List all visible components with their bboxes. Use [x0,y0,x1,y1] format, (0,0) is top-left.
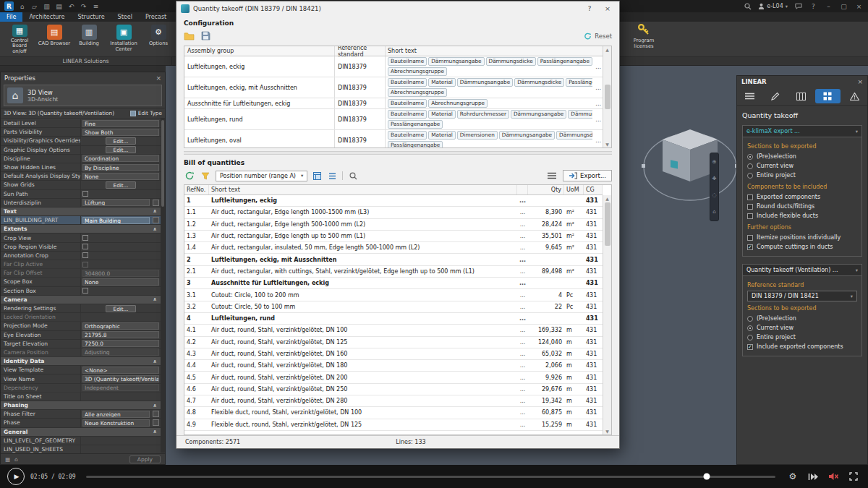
dialog-close-button[interactable]: × [600,3,615,14]
edit-button[interactable]: Edit... [106,181,137,189]
value-box[interactable]: 21795.8 [82,331,159,338]
properties-pin-icon[interactable]: ⌂ [14,456,18,463]
property-value[interactable] [80,243,161,251]
open-configuration-icon[interactable] [184,30,195,43]
scroll-up-icon[interactable]: ▲ [605,196,609,201]
row-options-button[interactable]: ... [517,409,528,416]
row-options-button[interactable]: ... [517,257,528,263]
row-options-button[interactable]: ... [517,244,528,251]
row-options-button[interactable]: ... [517,221,528,228]
type-selector[interactable]: ⌂ 3D View 3D-Ansicht [4,85,162,106]
property-value[interactable] [80,260,161,268]
column-header[interactable]: Qty [528,185,564,194]
minimize-icon[interactable]: – [824,1,833,11]
value-box[interactable]: Independent [82,384,159,391]
close-icon[interactable]: × [854,1,864,11]
row-options-button[interactable]: ... [517,351,528,357]
tag-chip[interactable]: Material [428,110,456,119]
property-value[interactable] [80,437,161,445]
cad-browser-button[interactable]: ▤CAD Browser [38,23,71,55]
column-header[interactable]: RefNo. [184,185,209,194]
search-icon[interactable] [347,171,359,181]
section-splitter[interactable] [184,151,612,155]
boq-row[interactable]: 1.3Air duct, rectangular, Edge length up… [184,231,603,242]
boq-row[interactable]: 4.8Flexible duct, round, Stahl, verzinkt… [184,407,603,419]
boq-row[interactable]: 2.1Air duct, rectangular, with cuttings,… [184,266,603,278]
orbit-icon[interactable]: ◌ [712,192,716,198]
boq-row[interactable]: 2Luftleitungen, eckig, mit Ausschnitten.… [184,254,603,265]
value-box[interactable]: None [82,278,159,286]
boq-row[interactable]: 4.6Air duct, round, Stahl, verzinkt/gelö… [184,384,603,395]
value-box[interactable]: 3D (Quantity takeoff/Ventila... [82,375,159,382]
help-icon[interactable]: ? [809,1,818,11]
print-icon[interactable]: ▤ [54,1,64,11]
value-box[interactable]: Neue Konstruktion [82,419,150,427]
tag-chip[interactable]: Dämmungsangabe [499,131,555,140]
tag-chip[interactable]: Material [428,131,456,140]
properties-scrollbar[interactable] [161,119,165,453]
navigation-bar[interactable]: ⊕ ✥ ◌ ⌂ [710,153,719,221]
ribbon-tab-structure[interactable]: Structure [71,12,111,22]
property-value[interactable]: Edit... [80,146,161,154]
option-checkbox[interactable]: Include flexible ducts [747,211,857,221]
building-button[interactable]: ▥Building [72,23,106,55]
properties-help-icon[interactable]: ▦ [5,456,10,463]
ribbon-tab-file[interactable]: File [0,12,22,22]
home-view-icon[interactable]: ⌂ [712,209,715,215]
mute-icon[interactable] [826,470,841,483]
row-options-button[interactable]: ... [517,362,528,369]
property-value[interactable]: Fine [80,119,161,127]
boq-row[interactable]: 4.1Air duct, round, Stahl, verzinkt/gelö… [184,325,603,336]
boq-row[interactable]: 4.7Air duct, round, Stahl, verzinkt/gelö… [184,395,603,407]
tag-chip[interactable]: Abrechnungsgruppe [428,99,488,108]
column-header[interactable]: Short text [386,46,603,56]
property-value[interactable]: Coordination [80,155,161,163]
boq-scrollbar[interactable]: ▲ ▼ [603,195,611,435]
tag-chip[interactable]: Dämmungsdicke [568,110,592,119]
tag-chip[interactable]: Dimensionen [457,131,498,140]
property-value[interactable]: Orthographic [80,322,161,330]
property-value[interactable]: 7250.0 [80,340,161,348]
tag-chip[interactable]: Bauteilname [388,110,427,119]
scroll-up-icon[interactable]: ▲ [605,47,609,52]
property-value[interactable]: Independent [80,384,161,392]
menu-icon[interactable] [737,87,762,105]
settings-gear-icon[interactable]: ⚙ [786,470,800,483]
option-checkbox[interactable]: Itemize positions individually [747,233,857,242]
property-checkbox[interactable] [82,235,88,241]
row-options-button[interactable]: ... [595,100,601,107]
row-options-button[interactable]: ... [517,197,528,204]
value-box[interactable]: Fine [82,120,159,127]
boq-row[interactable]: 4Luftleitungen, rund...431 [184,313,603,325]
property-value[interactable] [80,445,161,453]
ribbon-tab-steel[interactable]: Steel [111,12,139,22]
row-options-button[interactable]: ... [517,398,528,404]
value-box[interactable]: Lüftung [82,199,150,206]
row-options-button[interactable]: ... [517,374,528,381]
tag-chip[interactable]: Material [428,78,456,87]
export-button[interactable]: Export... [563,170,612,181]
progress-knob[interactable] [703,474,710,480]
property-value[interactable]: 304800.0 [80,269,161,277]
scrollbar-thumb[interactable] [161,120,164,207]
grouped-view-icon[interactable] [312,171,323,181]
refresh-icon[interactable] [184,171,195,181]
reference-standard-dropdown[interactable]: DIN 18379 / DIN 18421▾ [747,291,857,301]
property-section-header[interactable]: Extents∧ [1,225,161,234]
row-options-button[interactable]: ... [595,137,601,144]
property-value[interactable] [80,252,161,260]
property-section-header[interactable]: Camera∧ [1,296,161,304]
user-menu[interactable]: e-L04 ▾ [758,3,788,9]
row-options-button[interactable]: ... [517,209,528,215]
tag-chip[interactable]: Dämmungsdicke [514,78,564,87]
assembly-group-row[interactable]: Luftleitungen, rundDIN18379BauteilnameMa… [184,109,603,130]
tag-chip[interactable]: Passlängenangabe [566,78,592,87]
value-box[interactable]: Alle anzeigen [82,411,150,418]
property-section-header[interactable]: Text∧ [1,207,161,216]
column-header[interactable]: Short text [209,185,517,194]
tag-chip[interactable]: Dämmungsangabe [511,110,566,119]
installation-center-button[interactable]: ▣InstallationCenter [107,23,140,55]
edit-button[interactable]: Edit... [106,305,137,312]
property-value[interactable]: Lüftung [80,199,151,207]
property-checkbox[interactable] [82,288,88,294]
